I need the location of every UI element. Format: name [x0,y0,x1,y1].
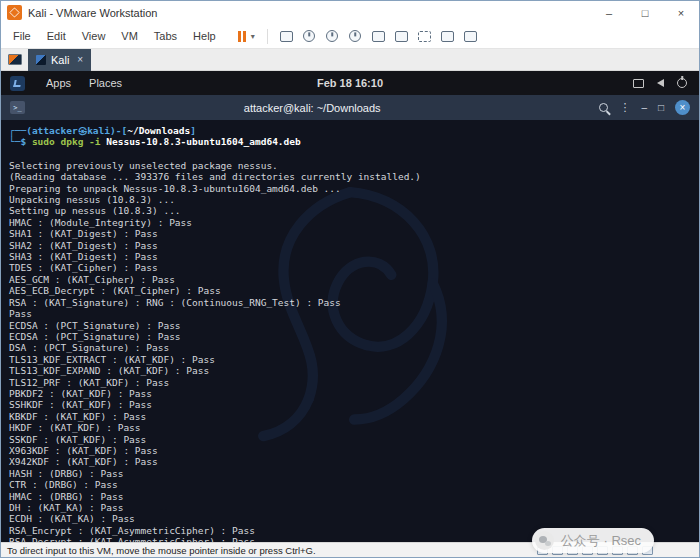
vm-tab-label: Kali [51,54,69,66]
menu-item[interactable]: View [74,27,114,45]
terminal-output-line: SHA2 : (KAT_Digest) : Pass [9,240,699,251]
toolbar-icon-shape [441,31,454,42]
search-icon[interactable] [599,103,608,112]
toolbar-icon-shape [395,31,408,42]
tab-close-icon[interactable]: × [77,54,83,65]
toolbar-separator [267,29,268,44]
fullscreen-button[interactable] [414,26,435,46]
thumbnail-bar-toggle-button[interactable] [391,26,412,46]
window-maximize-button[interactable]: □ [627,1,663,24]
terminal-output-line: CTR : (DRBG) : Pass [9,479,699,490]
panel-status-tray [633,78,699,88]
terminal-output-line: SHA1 : (KAT_Digest) : Pass [9,228,699,239]
menu-item[interactable]: Tabs [146,27,185,45]
terminal-output-line: SSKDF : (KAT_KDF) : Pass [9,434,699,445]
prompt-frame: ┌──( [9,125,32,136]
toolbar-icon-shape [464,31,477,42]
status-text: To direct input to this VM, move the mou… [7,545,316,556]
snapshot-revert-button[interactable] [322,26,343,46]
terminal-output-line: RSA : (KAT_Signature) : RNG : (Continuou… [9,297,699,308]
terminal-output-line: X963KDF : (KAT_KDF) : Pass [9,445,699,456]
workspaces-icon[interactable] [633,79,644,88]
library-toggle-button[interactable] [368,26,389,46]
terminal-output-line: TLS13_KDF_EXPAND : (KAT_KDF) : Pass [9,365,699,376]
menu-bar: FileEditViewVMTabsHelp ▾ [1,24,699,49]
vm-screen[interactable]: Apps Places Feb 18 16:10 >_ attacker@kal… [1,71,699,542]
power-icon[interactable] [677,78,687,88]
terminal-output-line: KBKDF : (KAT_KDF) : Pass [9,411,699,422]
menu-item[interactable]: Edit [39,27,74,45]
vmware-window: Kali - VMware Workstation – □ × FileEdit… [0,0,700,558]
terminal-output-line: ECDH : (KAT_KA) : Pass [9,513,699,524]
terminal-output-line: Selecting previously unselected package … [9,160,699,171]
toolbar-icon-shape [303,30,315,42]
wechat-icon [535,531,554,550]
terminal-output-line: SHA3 : (KAT_Digest) : Pass [9,251,699,262]
menu-item[interactable]: File [5,27,39,45]
pause-bar-icon [238,31,241,42]
console-view-button[interactable] [437,26,458,46]
terminal-output-line: TDES : (KAT_Cipher) : Pass [9,262,699,273]
menu-item[interactable]: Help [185,27,224,45]
snapshot-manager-button[interactable] [345,26,366,46]
wechat-watermark: 公众号 · Rsec [532,528,654,553]
terminal-output-line: Unpacking nessus (10.8.3) ... [9,194,699,205]
terminal-output-line: AES_GCM : (KAT_Cipher) : Pass [9,274,699,285]
terminal-controls: ⋮ – □ × [599,100,690,115]
terminal-output-line: HMAC : (Module_Integrity) : Pass [9,217,699,228]
pause-bar-icon [243,31,246,42]
vm-tab-kali[interactable]: Kali × [28,49,91,71]
terminal-output-line: ECDSA : (PCT_Signature) : Pass [9,320,699,331]
terminal-output-line: HKDF : (KAT_KDF) : Pass [9,422,699,433]
prompt-frame: ] [190,125,196,136]
terminal-prompt-line: ┌──(attacker㉿kali)-[~/Downloads] [9,125,699,136]
panel-places-menu[interactable]: Places [80,71,131,95]
terminal-close-button[interactable]: × [675,100,690,115]
terminal-output-line: TLS12_PRF : (KAT_KDF) : Pass [9,377,699,388]
terminal-output-line: TLS13_KDF_EXTRACT : (KAT_KDF) : Pass [9,354,699,365]
terminal-output-line: ECDSA : (PCT_Signature) : Pass [9,331,699,342]
terminal-command-line: └─$ sudo dpkg -i Nessus-10.8.3-ubuntu160… [9,136,699,147]
terminal-output-line: HMAC : (DRBG) : Pass [9,491,699,502]
window-close-button[interactable]: × [663,1,699,24]
terminal-output-line: DH : (KAT_KA) : Pass [9,502,699,513]
kebab-menu-icon[interactable]: ⋮ [619,101,630,114]
terminal-output-line: Preparing to unpack Nessus-10.8.3-ubuntu… [9,183,699,194]
kali-menu-icon[interactable] [10,76,25,91]
terminal-body[interactable]: ┌──(attacker㉿kali)-[~/Downloads] └─$ sud… [1,120,699,542]
power-pause-button[interactable]: ▾ [234,29,259,44]
kali-top-panel: Apps Places Feb 18 16:10 [1,71,699,95]
vmware-workstation-app: { "window": { "title": "Kali - VMware Wo… [0,0,700,558]
panel-clock[interactable]: Feb 18 16:10 [317,77,383,89]
chevron-down-icon[interactable]: ▾ [251,32,255,41]
terminal-output-line: HASH : (DRBG) : Pass [9,468,699,479]
menu-item[interactable]: VM [113,27,146,45]
home-tab-icon[interactable] [8,54,22,65]
terminal-maximize-button[interactable]: □ [658,103,664,113]
toolbar-icon-shape [326,30,338,42]
toolbar-icon-shape [418,31,431,42]
window-minimize-button[interactable]: – [591,1,627,24]
terminal-output-line: X942KDF : (KAT_KDF) : Pass [9,456,699,467]
snapshot-take-button[interactable] [299,26,320,46]
window-title: Kali - VMware Workstation [28,7,157,19]
terminal-output-line: AES_ECB_Decrypt : (KAT_Cipher) : Pass [9,285,699,296]
terminal-output-line: DSA : (PCT_Signature) : Pass [9,342,699,353]
toolbar: ▾ [234,26,481,46]
prompt-symbol: └─$ [9,136,32,147]
volume-icon[interactable] [657,79,664,87]
external-display-button[interactable] [460,26,481,46]
panel-apps-menu[interactable]: Apps [37,71,80,95]
ctrl-alt-del-button[interactable] [276,26,297,46]
terminal-output-line: Pass [9,308,699,319]
command-args: dpkg -i [61,136,107,147]
terminal-minimize-button[interactable]: – [641,103,647,113]
window-titlebar: Kali - VMware Workstation – □ × [1,1,699,24]
vm-tab-icon [36,55,46,65]
tab-bar: Kali × [1,49,699,71]
terminal-window: >_ attacker@kali: ~/Downloads ⋮ – □ × [1,95,699,542]
toolbar-icon-shape [372,31,385,42]
terminal-titlebar[interactable]: >_ attacker@kali: ~/Downloads ⋮ – □ × [1,95,699,120]
toolbar-icon-shape [349,30,361,42]
prompt-user-host: attacker㉿kali [32,125,110,136]
